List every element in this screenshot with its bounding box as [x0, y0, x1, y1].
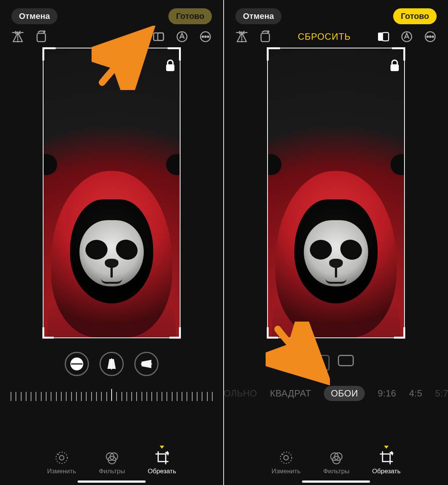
tab-label: Фильтры: [99, 468, 125, 475]
tab-crop[interactable]: Обрезать: [148, 446, 176, 475]
aspect-ratio-icon[interactable]: [377, 30, 390, 43]
svg-point-25: [429, 36, 431, 37]
aspect-ratio-icon[interactable]: [152, 30, 165, 43]
svg-rect-0: [37, 33, 45, 42]
aspect-5-7[interactable]: 5:7: [435, 388, 448, 399]
vertical-perspective-button[interactable]: [100, 352, 124, 376]
aspect-9-16[interactable]: 9:16: [378, 388, 396, 399]
tab-filters[interactable]: Фильтры: [99, 446, 125, 475]
tab-adjust[interactable]: Изменить: [271, 446, 300, 475]
lock-icon: [390, 59, 400, 72]
svg-rect-27: [390, 64, 399, 71]
svg-rect-1: [154, 33, 163, 40]
aspect-wallpaper[interactable]: ОБОИ: [324, 386, 365, 401]
home-indicator: [78, 480, 146, 483]
svg-point-12: [56, 452, 67, 463]
svg-rect-8: [166, 64, 174, 71]
cancel-button[interactable]: Отмена: [11, 8, 58, 24]
rotate-icon[interactable]: [259, 30, 272, 43]
cancel-button[interactable]: Отмена: [235, 8, 282, 24]
tab-label: Фильтры: [323, 468, 349, 475]
svg-point-14: [58, 454, 59, 455]
flip-icon[interactable]: [235, 30, 248, 43]
aspect-free[interactable]: ОЛЬНО: [224, 388, 257, 399]
svg-point-28: [280, 452, 292, 463]
rotate-icon[interactable]: [35, 30, 48, 43]
more-icon[interactable]: [199, 30, 212, 43]
aspect-ratio-picker[interactable]: ОЛЬНО КВАДРАТ ОБОИ 9:16 4:5 5:7: [224, 386, 448, 401]
home-indicator: [302, 480, 370, 483]
svg-point-6: [205, 36, 206, 37]
horizontal-perspective-button[interactable]: [134, 352, 159, 376]
aspect-4-5[interactable]: 4:5: [409, 388, 422, 399]
done-button[interactable]: Готово: [168, 8, 212, 24]
crop-icon: [154, 450, 170, 465]
adjust-icon: [54, 450, 69, 465]
adjust-icon: [278, 450, 294, 465]
tab-label: Обрезать: [148, 468, 176, 475]
tab-label: Изменить: [271, 468, 300, 475]
markup-icon[interactable]: [400, 30, 413, 43]
filters-icon: [104, 450, 120, 465]
reset-button[interactable]: СБРОСИТЬ: [298, 31, 351, 42]
tab-adjust[interactable]: Изменить: [47, 446, 76, 475]
svg-point-5: [202, 36, 204, 37]
aspect-square[interactable]: КВАДРАТ: [270, 388, 311, 399]
tab-crop[interactable]: Обрезать: [372, 446, 401, 475]
markup-icon[interactable]: [176, 30, 188, 43]
svg-point-30: [282, 454, 283, 455]
tab-filters[interactable]: Фильтры: [323, 446, 349, 475]
tab-label: Изменить: [47, 468, 76, 475]
done-button[interactable]: Готово: [393, 8, 437, 24]
svg-point-29: [284, 455, 288, 460]
straighten-button[interactable]: [65, 352, 89, 376]
svg-rect-18: [261, 33, 269, 42]
svg-rect-20: [383, 33, 389, 41]
svg-point-24: [427, 36, 428, 37]
svg-point-26: [432, 36, 434, 37]
svg-point-13: [59, 455, 64, 460]
svg-rect-2: [158, 33, 163, 40]
landscape-orientation-button[interactable]: [338, 355, 354, 366]
svg-point-7: [207, 36, 209, 37]
crop-canvas[interactable]: [43, 48, 180, 338]
crop-icon: [379, 450, 394, 465]
portrait-orientation-button[interactable]: [318, 355, 330, 371]
flip-icon[interactable]: [11, 30, 24, 43]
tab-label: Обрезать: [372, 468, 401, 475]
crop-canvas[interactable]: [267, 48, 405, 338]
angle-slider[interactable]: [11, 387, 213, 401]
lock-icon: [165, 59, 175, 72]
filters-icon: [329, 450, 344, 465]
more-icon[interactable]: [424, 30, 437, 43]
